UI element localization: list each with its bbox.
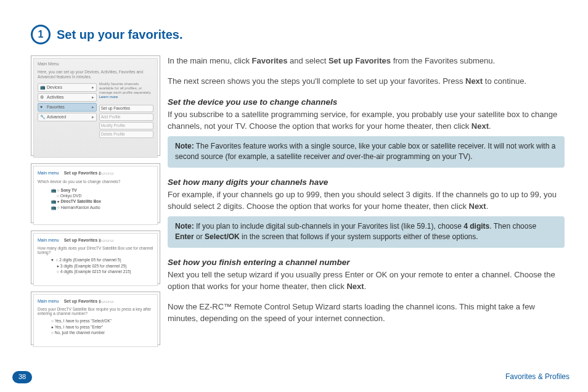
side-text: Modify favorite channels available for a… [99, 82, 153, 95]
btn-add-profile: Add Profile [99, 113, 153, 121]
favorites-icon: ♥ [40, 104, 45, 109]
screenshots-column: Main Menu Here, you can set up your Devi… [31, 55, 160, 353]
menu-devices: Devices [47, 85, 62, 89]
menu-favorites: Favorites [47, 105, 65, 109]
learn-more: Learn more [99, 94, 153, 100]
btn-setup-favorites: Set up Favorites [99, 105, 153, 112]
subhead-digits: Set how many digits your channels have [168, 176, 565, 189]
question: How many digits does your DirecTV Satell… [38, 246, 153, 255]
step-title: Set up your favorites. [57, 26, 183, 44]
screenshot-which-device: Main menuSet up Favorites ▮▭▭▭ Which dev… [31, 163, 160, 223]
screenshot-digits: Main menuSet up Favorites ▮▭▭▭ How many … [31, 231, 160, 284]
body-text: In the main menu, click Favorites and se… [168, 55, 570, 353]
btn-modify-profile: Modify Profile [99, 122, 153, 129]
screenshot-main-menu: Main Menu Here, you can set up your Devi… [31, 55, 160, 156]
screenshot-enter-key: Main menuSet up Favorites ▮▭▭▭ Does your… [31, 292, 160, 345]
note-box: Note: If you plan to include digital sub… [168, 216, 565, 248]
step-number-badge: 1 [31, 25, 51, 44]
question: Which device do you use to change channe… [38, 179, 153, 184]
note-box: Note: The Favorites feature works with a… [168, 136, 565, 168]
shot-title: Main Menu [38, 61, 153, 67]
devices-icon: 📺 [40, 84, 45, 89]
page-number: 38 [12, 371, 32, 383]
advanced-icon: 🔧 [40, 114, 45, 119]
subhead-device: Set the device you use to change channel… [168, 96, 565, 108]
question: Does your DirecTV Satellite Box require … [38, 307, 153, 316]
page: 1 Set up your favorites. Main Menu Here,… [0, 0, 588, 392]
subhead-finish: Set how you finish entering a channel nu… [168, 256, 565, 269]
tab-setup: Set up Favorites [64, 171, 97, 175]
shot-intro: Here, you can set up your Devices, Activ… [38, 70, 153, 80]
menu-advanced: Advanced [47, 115, 66, 119]
menu-activities: Activities [47, 95, 64, 99]
step-heading: 1 Set up your favorites. [31, 25, 570, 44]
page-footer: 38 Favorites & Profiles [12, 371, 570, 383]
tab-main: Main menu [38, 171, 59, 175]
section-label: Favorites & Profiles [505, 372, 570, 382]
activities-icon: ⚙ [40, 94, 45, 99]
btn-delete-profile: Delete Profile [99, 131, 153, 138]
